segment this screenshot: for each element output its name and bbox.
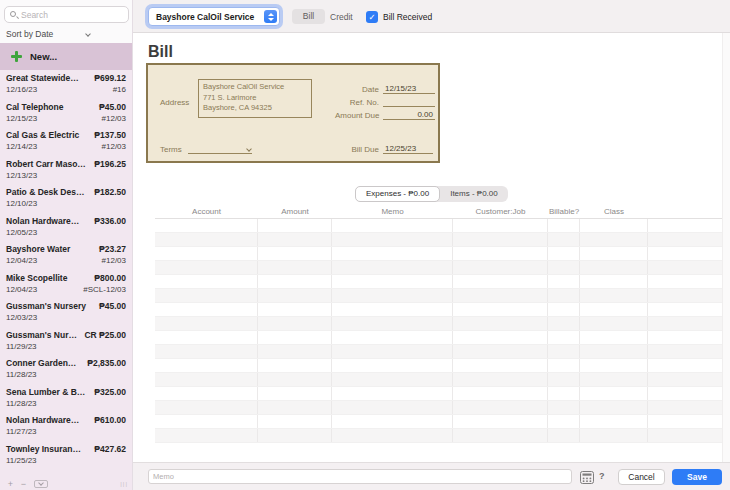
table-cell[interactable] — [548, 401, 580, 414]
table-cell[interactable] — [332, 303, 453, 316]
table-cell[interactable] — [258, 387, 332, 400]
table-cell[interactable] — [155, 233, 258, 246]
table-cell[interactable] — [155, 275, 258, 288]
table-cell[interactable] — [155, 289, 258, 302]
table-cell[interactable] — [548, 359, 580, 372]
table-cell[interactable] — [453, 219, 548, 232]
bill-segment-button[interactable]: Bill — [292, 9, 325, 24]
table-cell[interactable] — [453, 261, 548, 274]
memo-input[interactable] — [148, 469, 572, 484]
search-box[interactable] — [4, 6, 129, 23]
table-row[interactable] — [155, 317, 722, 331]
table-row[interactable] — [155, 331, 722, 345]
table-cell[interactable] — [258, 289, 332, 302]
table-cell[interactable] — [155, 247, 258, 260]
table-cell[interactable] — [332, 247, 453, 260]
table-cell[interactable] — [648, 359, 722, 372]
table-cell[interactable] — [332, 387, 453, 400]
table-cell[interactable] — [258, 233, 332, 246]
table-cell[interactable] — [332, 401, 453, 414]
table-cell[interactable] — [258, 331, 332, 344]
bill-received-checkbox[interactable]: ✓ — [366, 11, 378, 23]
vendor-list-item[interactable]: Nolan Hardware… ₱610.00 11/27/23 — [0, 412, 132, 441]
table-cell[interactable] — [453, 233, 548, 246]
table-cell[interactable] — [258, 247, 332, 260]
table-cell[interactable] — [580, 401, 648, 414]
table-cell[interactable] — [155, 345, 258, 358]
action-menu-button[interactable] — [34, 480, 48, 488]
new-bill-button[interactable]: New... — [0, 43, 132, 70]
table-cell[interactable] — [453, 415, 548, 428]
table-cell[interactable] — [155, 303, 258, 316]
table-cell[interactable] — [580, 303, 648, 316]
table-cell[interactable] — [453, 345, 548, 358]
table-cell[interactable] — [258, 415, 332, 428]
table-cell[interactable] — [258, 275, 332, 288]
tab-expenses[interactable]: Expenses - ₱0.00 — [355, 186, 440, 202]
table-cell[interactable] — [580, 275, 648, 288]
vendor-list-item[interactable]: Cal Gas & Electric ₱137.50 12/14/23 #12/… — [0, 127, 132, 156]
table-cell[interactable] — [648, 401, 722, 414]
table-cell[interactable] — [332, 359, 453, 372]
table-cell[interactable] — [548, 429, 580, 442]
table-cell[interactable] — [332, 317, 453, 330]
table-row[interactable] — [155, 289, 722, 303]
table-cell[interactable] — [580, 373, 648, 386]
table-cell[interactable] — [453, 247, 548, 260]
table-cell[interactable] — [580, 247, 648, 260]
table-cell[interactable] — [155, 415, 258, 428]
table-cell[interactable] — [453, 387, 548, 400]
table-cell[interactable] — [548, 247, 580, 260]
table-cell[interactable] — [155, 387, 258, 400]
table-cell[interactable] — [332, 429, 453, 442]
save-button[interactable]: Save — [672, 469, 722, 485]
table-cell[interactable] — [548, 233, 580, 246]
table-cell[interactable] — [155, 331, 258, 344]
bill-due-field[interactable]: 12/25/23 — [383, 143, 433, 154]
table-cell[interactable] — [258, 373, 332, 386]
tab-items[interactable]: Items - ₱0.00 — [440, 187, 508, 201]
vendor-dropdown[interactable]: Bayshore CalOil Service — [148, 7, 280, 26]
table-cell[interactable] — [453, 275, 548, 288]
table-cell[interactable] — [332, 345, 453, 358]
vendor-list-item[interactable]: Gussman's Nursery ₱45.00 12/03/23 — [0, 298, 132, 327]
table-row[interactable] — [155, 429, 722, 443]
help-button[interactable]: ? — [599, 471, 605, 481]
table-cell[interactable] — [548, 289, 580, 302]
table-cell[interactable] — [155, 261, 258, 274]
table-cell[interactable] — [548, 345, 580, 358]
table-cell[interactable] — [580, 387, 648, 400]
vendor-list-item[interactable]: Townley Insuran… ₱427.62 11/25/23 — [0, 441, 132, 470]
vendor-list-item[interactable]: Robert Carr Maso… ₱196.25 12/13/23 — [0, 156, 132, 185]
table-cell[interactable] — [155, 317, 258, 330]
table-cell[interactable] — [332, 289, 453, 302]
table-cell[interactable] — [548, 415, 580, 428]
table-row[interactable] — [155, 415, 722, 429]
table-cell[interactable] — [648, 429, 722, 442]
table-cell[interactable] — [580, 429, 648, 442]
table-cell[interactable] — [580, 345, 648, 358]
table-cell[interactable] — [453, 331, 548, 344]
amount-due-field[interactable]: 0.00 — [383, 109, 435, 120]
table-cell[interactable] — [580, 331, 648, 344]
table-cell[interactable] — [332, 415, 453, 428]
table-cell[interactable] — [155, 429, 258, 442]
date-field[interactable]: 12/15/23 — [383, 83, 435, 94]
table-cell[interactable] — [332, 261, 453, 274]
resize-grip-icon[interactable]: ||| — [120, 481, 128, 487]
scrollbar-track[interactable] — [722, 33, 730, 462]
table-cell[interactable] — [648, 331, 722, 344]
remove-button[interactable]: − — [17, 479, 30, 489]
table-cell[interactable] — [332, 233, 453, 246]
add-button[interactable]: + — [4, 479, 17, 489]
table-row[interactable] — [155, 233, 722, 247]
vendor-list-item[interactable]: Cal Telephone ₱45.00 12/15/23 #12/03 — [0, 99, 132, 128]
table-cell[interactable] — [258, 345, 332, 358]
table-cell[interactable] — [258, 317, 332, 330]
table-row[interactable] — [155, 303, 722, 317]
table-cell[interactable] — [453, 429, 548, 442]
table-cell[interactable] — [548, 303, 580, 316]
table-cell[interactable] — [648, 317, 722, 330]
table-row[interactable] — [155, 345, 722, 359]
vendor-list-item[interactable]: Great Statewide… ₱699.12 12/16/23 #16 — [0, 70, 132, 99]
